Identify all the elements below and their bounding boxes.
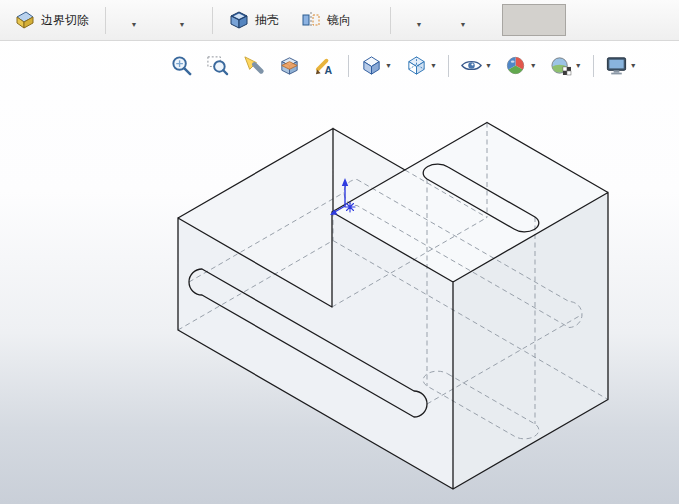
hide-show-items-icon [460, 54, 483, 77]
zoom-fit-icon [170, 54, 193, 77]
boundary-cut-label: 边界切除 [41, 12, 89, 29]
chevron-down-icon: ▼ [630, 62, 637, 69]
edit-appearance-icon [505, 54, 528, 77]
chevron-down-icon: ▼ [416, 21, 423, 28]
view-settings-icon [605, 54, 628, 77]
view-orientation-button[interactable]: ▼ [358, 52, 394, 79]
apply-scene-icon [550, 54, 573, 77]
flyout-dropdown-2[interactable]: ▼ [171, 6, 193, 34]
shell-icon [229, 10, 249, 30]
chevron-down-icon: ▼ [485, 62, 492, 69]
toolbar-separator [348, 55, 349, 77]
zoom-area-button[interactable] [204, 52, 231, 79]
boundary-cut-button[interactable]: 边界切除 [6, 5, 98, 35]
mirror-icon [301, 10, 321, 30]
flyout-dropdown-3[interactable]: ▼ [408, 6, 430, 34]
toolbar-separator [212, 7, 213, 34]
toolbar-separator [105, 7, 106, 34]
shell-label: 抽壳 [255, 12, 279, 29]
features-toolbar: 边界切除 ▼ ▼ 抽壳 镜向 ▼ [0, 0, 679, 41]
previous-view-icon [242, 54, 265, 77]
hide-show-items-button[interactable]: ▼ [458, 52, 494, 79]
section-view-icon [278, 54, 301, 77]
mirror-label: 镜向 [327, 12, 351, 29]
section-view-button[interactable] [276, 52, 303, 79]
chevron-down-icon: ▼ [430, 62, 437, 69]
display-style-button[interactable]: ▼ [403, 52, 439, 79]
chevron-down-icon: ▼ [179, 21, 186, 28]
edit-appearance-button[interactable]: ▼ [503, 52, 539, 79]
headsup-toolbar: A ▼ ▼ [168, 52, 639, 79]
flyout-dropdown-4[interactable]: ▼ [452, 6, 474, 34]
chevron-down-icon: ▼ [575, 62, 582, 69]
display-style-icon [405, 54, 428, 77]
view-settings-button[interactable]: ▼ [603, 52, 639, 79]
zoom-fit-button[interactable] [168, 52, 195, 79]
mirror-button[interactable]: 镜向 [292, 5, 360, 35]
empty-preview-swatch [502, 4, 566, 36]
toolbar-separator [593, 55, 594, 77]
toolbar-separator [448, 55, 449, 77]
chevron-down-icon: ▼ [530, 62, 537, 69]
flyout-dropdown-1[interactable]: ▼ [123, 6, 145, 34]
annotation-3d-icon: A [314, 54, 337, 77]
apply-scene-button[interactable]: ▼ [548, 52, 584, 79]
previous-view-button[interactable] [240, 52, 267, 79]
chevron-down-icon: ▼ [460, 21, 467, 28]
svg-text:A: A [325, 64, 333, 76]
view-orientation-icon [360, 54, 383, 77]
annotation-3d-button[interactable]: A [312, 52, 339, 79]
zoom-area-icon [206, 54, 229, 77]
chevron-down-icon: ▼ [385, 62, 392, 69]
toolbar-separator [390, 7, 391, 34]
shell-button[interactable]: 抽壳 [220, 5, 288, 35]
boundary-cut-icon [15, 10, 35, 30]
origin-asterisk [345, 202, 355, 212]
chevron-down-icon: ▼ [131, 21, 138, 28]
